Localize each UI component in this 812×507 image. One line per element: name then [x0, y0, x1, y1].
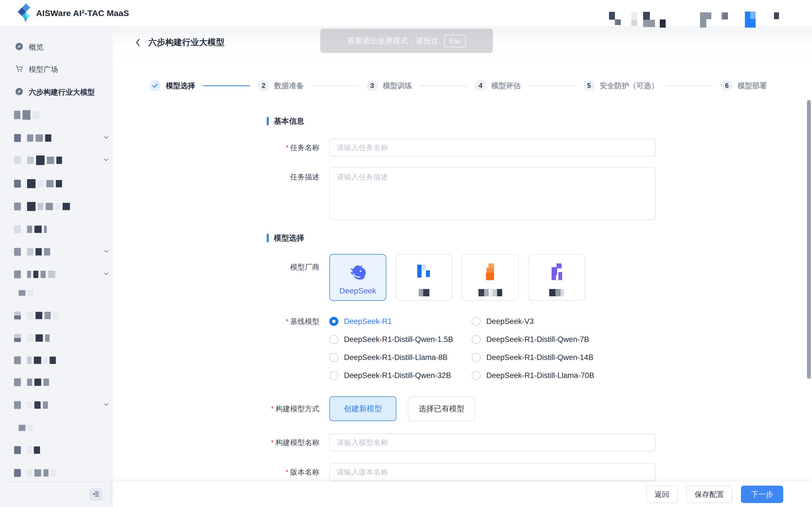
sidebar-item-redacted[interactable] [14, 399, 110, 411]
step-connector [666, 86, 713, 86]
section-accent-bar [267, 117, 269, 125]
sidebar-item-redacted[interactable] [14, 467, 110, 478]
step-label: 模型选择 [166, 81, 195, 91]
sidebar-item-redacted[interactable] [14, 246, 110, 258]
baseline-model-option[interactable]: DeepSeek-R1-Distill-Llama-8B [329, 352, 472, 363]
sidebar-item-redacted[interactable] [14, 377, 110, 388]
vendor-card-redacted[interactable] [462, 254, 519, 301]
toolbar-icon-redacted[interactable] [615, 19, 621, 25]
build-mode-create-new-button[interactable]: 创建新模型 [329, 396, 396, 421]
sidebar-item-redacted[interactable] [14, 155, 110, 166]
header-toolbar [589, 0, 812, 26]
sidebar-item-redacted[interactable] [14, 355, 110, 366]
sidebar-item-overview[interactable]: 概览 [0, 41, 113, 53]
baseline-model-option[interactable]: DeepSeek-R1-Distill-Qwen-32B [329, 370, 472, 381]
step-2-data-prep[interactable]: 2 数据准备 [258, 80, 304, 91]
sidebar-item-redacted[interactable] [14, 310, 110, 321]
save-config-button[interactable]: 保存配置 [686, 486, 732, 503]
step-1-model-select[interactable]: 模型选择 [149, 80, 195, 91]
sidebar-collapse-button[interactable] [89, 488, 102, 501]
radio-icon [472, 353, 481, 362]
step-number: 2 [258, 80, 269, 91]
baseline-model-option[interactable]: DeepSeek-R1 [329, 316, 472, 327]
step-number: 4 [475, 80, 486, 91]
vendor-name-redacted [419, 289, 429, 296]
step-connector [203, 86, 250, 86]
scrollbar-thumb[interactable] [807, 100, 811, 379]
next-step-button[interactable]: 下一步 [741, 486, 783, 503]
step-connector [528, 86, 575, 86]
sidebar-item-model-market[interactable]: 模型广场 [0, 63, 113, 75]
toast-text: 若要退出全屏模式，请按住 [347, 36, 439, 46]
task-desc-field: 任务描述 [259, 167, 656, 220]
vendor-name-redacted [478, 289, 502, 296]
toolbar-icon-redacted[interactable] [609, 12, 615, 20]
sidebar-item-label: 概览 [29, 42, 43, 52]
sidebar-item-redacted[interactable] [14, 224, 110, 235]
build-mode-label: *构建模型方式 [259, 396, 319, 412]
sidebar-item-redacted[interactable] [18, 422, 114, 434]
baseline-model-option[interactable]: DeepSeek-R1-Distill-Llama-70B [472, 370, 614, 381]
vendor-name: DeepSeek [340, 286, 376, 295]
baseline-model-options: DeepSeek-R1 DeepSeek-V3 DeepSeek-R1-Dist… [329, 316, 614, 381]
chevron-left-icon [134, 38, 142, 47]
chevron-down-icon [103, 270, 110, 279]
task-name-field: *任务名称 [259, 138, 656, 157]
sidebar-item-redacted[interactable] [14, 269, 110, 280]
version-name-label: *版本名称 [259, 468, 319, 476]
baseline-model-option[interactable]: DeepSeek-R1-Distill-Qwen-14B [472, 352, 614, 363]
baseline-model-option[interactable]: DeepSeek-R1-Distill-Qwen-1.5B [329, 334, 472, 345]
app-logo[interactable]: AISWare AI²-TAC MaaS [17, 3, 129, 24]
toolbar-icon-redacted[interactable] [643, 20, 655, 27]
step-5-security[interactable]: 5 安全防护（可选） [583, 80, 658, 91]
vendor-field: 模型厂商 DeepSeek [259, 254, 585, 301]
step-label: 模型评估 [491, 81, 520, 91]
logo-icon [17, 3, 32, 24]
toolbar-icon-redacted[interactable] [631, 12, 637, 20]
section-title-model-select: 模型选择 [267, 233, 304, 243]
baseline-model-option[interactable]: DeepSeek-V3 [472, 316, 614, 327]
baseline-model-option[interactable]: DeepSeek-R1-Distill-Qwen-7B [472, 334, 614, 345]
sidebar-item-redacted[interactable] [18, 287, 114, 298]
task-name-input[interactable] [329, 138, 656, 157]
vendor-card-deepseek[interactable]: DeepSeek [329, 254, 386, 301]
sidebar-item-redacted[interactable] [14, 178, 110, 189]
footer-back-button[interactable]: 返回 [646, 486, 678, 503]
build-model-name-input[interactable] [329, 434, 656, 452]
step-3-model-train[interactable]: 3 模型训练 [366, 80, 412, 91]
vendor-label: 模型厂商 [259, 254, 319, 271]
step-label: 模型部署 [738, 81, 767, 91]
sidebar-item-label: 模型广场 [29, 64, 58, 74]
vendor-logo-redacted [415, 259, 434, 286]
toolbar-icon-redacted [750, 11, 756, 19]
footer-action-bar: 返回 保存配置 下一步 [113, 482, 812, 507]
step-connector [420, 86, 467, 86]
version-name-input[interactable] [329, 463, 656, 481]
vendor-card-redacted[interactable] [396, 254, 453, 301]
toolbar-icon-redacted[interactable] [660, 19, 666, 27]
vendor-logo-redacted [481, 259, 500, 286]
sidebar-item-redacted[interactable] [14, 332, 110, 344]
step-number: 5 [583, 80, 595, 91]
sidebar-item-redacted[interactable] [14, 109, 110, 121]
toolbar-icon-redacted[interactable] [700, 19, 706, 27]
toolbar-icon-redacted[interactable] [643, 12, 650, 20]
toolbar-icon-redacted[interactable] [774, 12, 779, 19]
task-desc-textarea[interactable] [329, 167, 656, 220]
vendor-card-redacted[interactable] [528, 254, 585, 301]
step-6-model-deploy[interactable]: 6 模型部署 [721, 80, 767, 91]
required-star: * [286, 317, 289, 326]
task-name-label: *任务名称 [259, 144, 319, 151]
step-4-model-eval[interactable]: 4 模型评估 [475, 80, 520, 91]
sidebar-item-redacted[interactable] [14, 132, 110, 144]
sidebar-item-six-steps[interactable]: 六步构建行业大模型 [0, 86, 113, 98]
toolbar-icon-redacted[interactable] [700, 12, 711, 19]
radio-selected-icon [329, 317, 338, 326]
product-name: AISWare AI²-TAC MaaS [36, 8, 129, 18]
toolbar-icon-redacted[interactable] [631, 20, 637, 26]
sidebar-item-redacted[interactable] [14, 201, 110, 212]
back-button[interactable] [134, 38, 142, 47]
sidebar-item-redacted[interactable] [14, 445, 110, 456]
toolbar-icon-redacted[interactable] [722, 12, 728, 19]
build-mode-select-existing-button[interactable]: 选择已有模型 [408, 396, 475, 421]
